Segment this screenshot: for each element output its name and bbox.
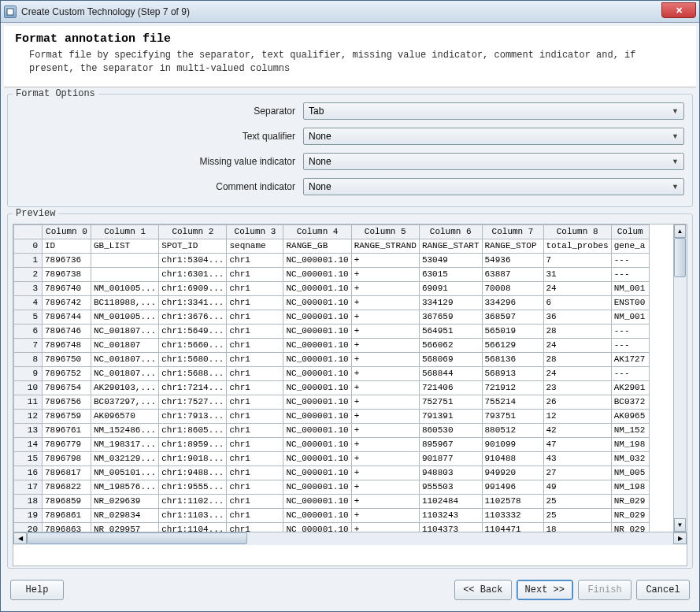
table-cell[interactable]: NC_001807... [91, 366, 159, 380]
table-cell[interactable]: RANGE_STRAND [351, 239, 419, 253]
table-cell[interactable]: --- [611, 253, 649, 267]
row-header[interactable]: 3 [14, 281, 43, 295]
table-cell[interactable]: 910488 [482, 451, 543, 465]
table-cell[interactable]: NC_001807... [91, 324, 159, 338]
table-cell[interactable]: chr1 [227, 409, 283, 423]
table-cell[interactable]: NM_005101... [91, 465, 159, 480]
table-cell[interactable]: 26 [543, 395, 611, 409]
table-cell[interactable]: 25 [543, 494, 611, 508]
table-cell[interactable]: + [351, 281, 419, 295]
table-cell[interactable]: chr1:8959... [159, 437, 227, 451]
table-cell[interactable]: NR_029957 [91, 522, 159, 532]
table-cell[interactable]: 568069 [419, 352, 482, 366]
table-row[interactable]: 117896756BC037297,...chr1:7527...chr1NC_… [14, 395, 650, 409]
column-header[interactable]: Column 7 [482, 224, 543, 239]
table-cell[interactable]: 7896754 [43, 380, 91, 395]
table-cell[interactable]: NC_000001.10 [283, 480, 351, 494]
table-cell[interactable]: NM_152 [611, 423, 649, 437]
cancel-button[interactable]: Cancel [636, 580, 690, 600]
table-cell[interactable]: total_probes [543, 239, 611, 253]
table-cell[interactable]: NR_029834 [91, 508, 159, 522]
table-cell[interactable]: AK2901 [611, 380, 649, 395]
table-cell[interactable]: + [351, 423, 419, 437]
table-cell[interactable]: + [351, 366, 419, 380]
table-cell[interactable]: 752751 [419, 395, 482, 409]
table-cell[interactable]: AK290103,... [91, 380, 159, 395]
table-cell[interactable]: 895967 [419, 437, 482, 451]
table-cell[interactable]: + [351, 437, 419, 451]
table-cell[interactable]: chr1 [227, 352, 283, 366]
table-cell[interactable]: NC_000001.10 [283, 380, 351, 395]
horizontal-scrollbar[interactable]: ◀ ▶ [13, 532, 687, 545]
row-header[interactable]: 14 [14, 437, 43, 451]
row-header[interactable]: 5 [14, 310, 43, 324]
back-button[interactable]: << Back [454, 580, 511, 600]
row-header[interactable]: 15 [14, 451, 43, 465]
table-cell[interactable]: 7896752 [43, 366, 91, 380]
table-cell[interactable]: 25 [543, 508, 611, 522]
table-cell[interactable]: 955503 [419, 480, 482, 494]
column-header[interactable]: Column 8 [543, 224, 611, 239]
row-header[interactable]: 13 [14, 423, 43, 437]
table-cell[interactable]: 755214 [482, 395, 543, 409]
table-cell[interactable]: chr1:5688... [159, 366, 227, 380]
table-cell[interactable]: NM_198317... [91, 437, 159, 451]
table-cell[interactable]: 7896761 [43, 423, 91, 437]
table-cell[interactable]: NC_000001.10 [283, 352, 351, 366]
table-cell[interactable]: 63015 [419, 267, 482, 281]
table-cell[interactable]: NM_198 [611, 480, 649, 494]
table-cell[interactable]: chr1 [227, 522, 283, 532]
row-header[interactable]: 12 [14, 409, 43, 423]
table-cell[interactable]: AK1727 [611, 352, 649, 366]
table-cell[interactable]: BC0372 [611, 395, 649, 409]
table-cell[interactable]: 367659 [419, 310, 482, 324]
table-cell[interactable]: NR_029 [611, 494, 649, 508]
table-cell[interactable]: --- [611, 366, 649, 380]
table-cell[interactable]: NC_000001.10 [283, 366, 351, 380]
table-row[interactable]: 0IDGB_LISTSPOT_IDseqnameRANGE_GBRANGE_ST… [14, 239, 650, 253]
table-cell[interactable]: 1102484 [419, 494, 482, 508]
table-row[interactable]: 27896738chr1:6301...chr1NC_000001.10+630… [14, 267, 650, 281]
table-cell[interactable]: 42 [543, 423, 611, 437]
table-cell[interactable]: 7896756 [43, 395, 91, 409]
table-row[interactable]: 137896761NM_152486...chr1:8605...chr1NC_… [14, 423, 650, 437]
table-cell[interactable]: 334296 [482, 295, 543, 310]
table-cell[interactable]: chr1:6301... [159, 267, 227, 281]
table-cell[interactable]: + [351, 522, 419, 532]
table-cell[interactable]: chr1 [227, 451, 283, 465]
table-cell[interactable]: RANGE_STOP [482, 239, 543, 253]
table-cell[interactable]: chr1:5660... [159, 338, 227, 352]
row-header[interactable]: 10 [14, 380, 43, 395]
table-cell[interactable]: NC_000001.10 [283, 281, 351, 295]
table-cell[interactable]: AK0965 [611, 409, 649, 423]
table-cell[interactable]: 53049 [419, 253, 482, 267]
table-cell[interactable]: 28 [543, 352, 611, 366]
table-cell[interactable]: NC_000001.10 [283, 295, 351, 310]
table-cell[interactable]: 860530 [419, 423, 482, 437]
table-cell[interactable]: NR_029639 [91, 494, 159, 508]
table-cell[interactable]: NC_000001.10 [283, 395, 351, 409]
table-cell[interactable]: 7896746 [43, 324, 91, 338]
table-cell[interactable]: chr1:7214... [159, 380, 227, 395]
table-cell[interactable]: RANGE_GB [283, 239, 351, 253]
table-cell[interactable]: 63887 [482, 267, 543, 281]
table-cell[interactable]: 70008 [482, 281, 543, 295]
table-cell[interactable]: chr1:7527... [159, 395, 227, 409]
table-cell[interactable]: 49 [543, 480, 611, 494]
table-cell[interactable]: NM_032129... [91, 451, 159, 465]
table-cell[interactable]: NC_000001.10 [283, 324, 351, 338]
row-header[interactable]: 18 [14, 494, 43, 508]
table-cell[interactable]: NM_005 [611, 465, 649, 480]
column-header[interactable]: Column 4 [283, 224, 351, 239]
table-cell[interactable]: 47 [543, 437, 611, 451]
table-cell[interactable]: + [351, 451, 419, 465]
table-cell[interactable]: 7896740 [43, 281, 91, 295]
table-cell[interactable]: 901877 [419, 451, 482, 465]
table-cell[interactable]: chr1 [227, 508, 283, 522]
table-cell[interactable]: NC_000001.10 [283, 465, 351, 480]
table-cell[interactable]: + [351, 494, 419, 508]
table-cell[interactable]: NC_000001.10 [283, 437, 351, 451]
table-cell[interactable]: 568913 [482, 366, 543, 380]
table-cell[interactable]: NM_198 [611, 437, 649, 451]
table-cell[interactable]: 7896750 [43, 352, 91, 366]
